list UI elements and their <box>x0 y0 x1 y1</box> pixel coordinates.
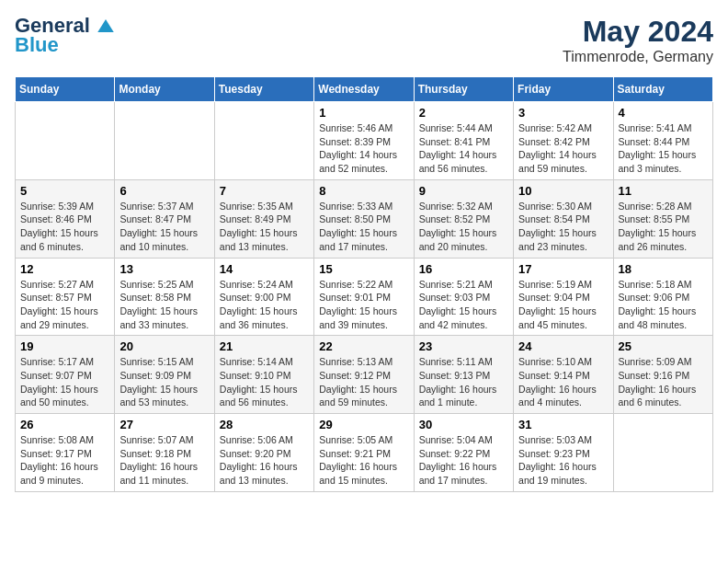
day-info: Sunrise: 5:46 AMSunset: 8:39 PMDaylight:… <box>319 121 408 176</box>
month-title: May 2024 <box>563 15 713 49</box>
calendar-cell: 13Sunrise: 5:25 AMSunset: 8:58 PMDayligh… <box>115 258 214 336</box>
day-number: 21 <box>220 339 309 353</box>
location-title: Timmenrode, Germany <box>563 49 713 65</box>
calendar-cell: 29Sunrise: 5:05 AMSunset: 9:21 PMDayligh… <box>314 414 414 492</box>
day-info: Sunrise: 5:19 AMSunset: 9:04 PMDaylight:… <box>518 278 608 332</box>
day-info: Sunrise: 5:13 AMSunset: 9:12 PMDaylight:… <box>319 355 408 409</box>
day-number: 20 <box>119 339 209 353</box>
day-number: 25 <box>619 339 708 353</box>
day-number: 26 <box>20 418 109 431</box>
calendar-cell: 26Sunrise: 5:08 AMSunset: 9:17 PMDayligh… <box>16 414 115 492</box>
day-number: 12 <box>20 262 109 276</box>
day-number: 15 <box>319 262 408 276</box>
day-number: 2 <box>419 106 508 120</box>
calendar-table: SundayMondayTuesdayWednesdayThursdayFrid… <box>15 76 713 492</box>
page-header: General Blue May 2024 Timmenrode, German… <box>15 15 713 65</box>
day-number: 28 <box>220 418 309 431</box>
day-info: Sunrise: 5:04 AMSunset: 9:22 PMDaylight:… <box>419 433 508 488</box>
calendar-cell: 9Sunrise: 5:32 AMSunset: 8:52 PMDaylight… <box>414 179 513 258</box>
day-info: Sunrise: 5:28 AMSunset: 8:55 PMDaylight:… <box>619 200 708 254</box>
day-info: Sunrise: 5:09 AMSunset: 9:16 PMDaylight:… <box>619 355 708 409</box>
day-number: 30 <box>419 418 508 431</box>
day-info: Sunrise: 5:14 AMSunset: 9:10 PMDaylight:… <box>220 355 309 409</box>
day-number: 27 <box>119 418 209 431</box>
calendar-cell: 17Sunrise: 5:19 AMSunset: 9:04 PMDayligh… <box>514 258 613 336</box>
day-info: Sunrise: 5:39 AMSunset: 8:46 PMDaylight:… <box>20 200 109 254</box>
calendar-cell: 24Sunrise: 5:10 AMSunset: 9:14 PMDayligh… <box>514 336 613 414</box>
day-info: Sunrise: 5:18 AMSunset: 9:06 PMDaylight:… <box>619 278 708 332</box>
calendar-cell: 30Sunrise: 5:04 AMSunset: 9:22 PMDayligh… <box>414 414 513 492</box>
day-info: Sunrise: 5:30 AMSunset: 8:54 PMDaylight:… <box>518 200 608 254</box>
calendar-cell: 5Sunrise: 5:39 AMSunset: 8:46 PMDaylight… <box>16 179 115 258</box>
weekday-header-sunday: Sunday <box>16 77 115 102</box>
calendar-cell: 6Sunrise: 5:37 AMSunset: 8:47 PMDaylight… <box>115 179 214 258</box>
calendar-cell: 1Sunrise: 5:46 AMSunset: 8:39 PMDaylight… <box>314 102 414 180</box>
calendar-cell: 12Sunrise: 5:27 AMSunset: 8:57 PMDayligh… <box>16 258 115 336</box>
day-info: Sunrise: 5:41 AMSunset: 8:44 PMDaylight:… <box>619 121 708 176</box>
day-number: 29 <box>319 418 408 431</box>
calendar-cell: 23Sunrise: 5:11 AMSunset: 9:13 PMDayligh… <box>414 336 513 414</box>
weekday-header-row: SundayMondayTuesdayWednesdayThursdayFrid… <box>16 77 713 102</box>
day-info: Sunrise: 5:17 AMSunset: 9:07 PMDaylight:… <box>20 355 109 409</box>
day-info: Sunrise: 5:11 AMSunset: 9:13 PMDaylight:… <box>419 355 508 409</box>
calendar-cell: 19Sunrise: 5:17 AMSunset: 9:07 PMDayligh… <box>16 336 115 414</box>
day-number: 6 <box>119 184 209 198</box>
calendar-week-row: 5Sunrise: 5:39 AMSunset: 8:46 PMDaylight… <box>16 179 713 258</box>
day-number: 13 <box>119 262 209 276</box>
calendar-week-row: 26Sunrise: 5:08 AMSunset: 9:17 PMDayligh… <box>16 414 713 492</box>
calendar-week-row: 1Sunrise: 5:46 AMSunset: 8:39 PMDaylight… <box>16 102 713 180</box>
day-number: 19 <box>20 339 109 353</box>
day-info: Sunrise: 5:44 AMSunset: 8:41 PMDaylight:… <box>419 121 508 176</box>
calendar-cell: 11Sunrise: 5:28 AMSunset: 8:55 PMDayligh… <box>613 179 712 258</box>
weekday-header-monday: Monday <box>115 77 214 102</box>
day-number: 23 <box>419 339 508 353</box>
day-number: 5 <box>20 184 109 198</box>
weekday-header-saturday: Saturday <box>613 77 712 102</box>
weekday-header-wednesday: Wednesday <box>314 77 414 102</box>
day-info: Sunrise: 5:42 AMSunset: 8:42 PMDaylight:… <box>518 121 608 176</box>
day-number: 7 <box>220 184 309 198</box>
weekday-header-friday: Friday <box>514 77 613 102</box>
day-number: 1 <box>319 106 408 120</box>
weekday-header-thursday: Thursday <box>414 77 513 102</box>
calendar-cell: 27Sunrise: 5:07 AMSunset: 9:18 PMDayligh… <box>115 414 214 492</box>
calendar-cell: 3Sunrise: 5:42 AMSunset: 8:42 PMDaylight… <box>514 102 613 180</box>
day-number: 3 <box>518 106 608 120</box>
day-info: Sunrise: 5:22 AMSunset: 9:01 PMDaylight:… <box>319 278 408 332</box>
day-number: 14 <box>220 262 309 276</box>
calendar-cell <box>613 414 712 492</box>
calendar-cell: 8Sunrise: 5:33 AMSunset: 8:50 PMDaylight… <box>314 179 414 258</box>
day-info: Sunrise: 5:24 AMSunset: 9:00 PMDaylight:… <box>220 278 309 332</box>
day-number: 8 <box>319 184 408 198</box>
day-info: Sunrise: 5:21 AMSunset: 9:03 PMDaylight:… <box>419 278 508 332</box>
calendar-cell: 16Sunrise: 5:21 AMSunset: 9:03 PMDayligh… <box>414 258 513 336</box>
day-info: Sunrise: 5:06 AMSunset: 9:20 PMDaylight:… <box>220 433 309 488</box>
calendar-cell: 22Sunrise: 5:13 AMSunset: 9:12 PMDayligh… <box>314 336 414 414</box>
day-number: 17 <box>518 262 608 276</box>
calendar-cell: 31Sunrise: 5:03 AMSunset: 9:23 PMDayligh… <box>514 414 613 492</box>
calendar-week-row: 19Sunrise: 5:17 AMSunset: 9:07 PMDayligh… <box>16 336 713 414</box>
day-number: 11 <box>619 184 708 198</box>
calendar-cell <box>16 102 115 180</box>
day-number: 24 <box>518 339 608 353</box>
day-info: Sunrise: 5:33 AMSunset: 8:50 PMDaylight:… <box>319 200 408 254</box>
logo: General Blue <box>15 15 114 57</box>
day-number: 4 <box>619 106 708 120</box>
calendar-week-row: 12Sunrise: 5:27 AMSunset: 8:57 PMDayligh… <box>16 258 713 336</box>
day-info: Sunrise: 5:15 AMSunset: 9:09 PMDaylight:… <box>119 355 209 409</box>
day-info: Sunrise: 5:27 AMSunset: 8:57 PMDaylight:… <box>20 278 109 332</box>
day-number: 18 <box>619 262 708 276</box>
day-info: Sunrise: 5:37 AMSunset: 8:47 PMDaylight:… <box>119 200 209 254</box>
svg-marker-0 <box>97 19 114 32</box>
day-info: Sunrise: 5:08 AMSunset: 9:17 PMDaylight:… <box>20 433 109 488</box>
day-info: Sunrise: 5:03 AMSunset: 9:23 PMDaylight:… <box>518 433 608 488</box>
day-number: 31 <box>518 418 608 431</box>
day-info: Sunrise: 5:35 AMSunset: 8:49 PMDaylight:… <box>220 200 309 254</box>
calendar-cell: 14Sunrise: 5:24 AMSunset: 9:00 PMDayligh… <box>214 258 313 336</box>
day-info: Sunrise: 5:25 AMSunset: 8:58 PMDaylight:… <box>119 278 209 332</box>
calendar-cell: 4Sunrise: 5:41 AMSunset: 8:44 PMDaylight… <box>613 102 712 180</box>
calendar-cell: 28Sunrise: 5:06 AMSunset: 9:20 PMDayligh… <box>214 414 313 492</box>
calendar-cell: 18Sunrise: 5:18 AMSunset: 9:06 PMDayligh… <box>613 258 712 336</box>
calendar-cell: 25Sunrise: 5:09 AMSunset: 9:16 PMDayligh… <box>613 336 712 414</box>
title-section: May 2024 Timmenrode, Germany <box>563 15 713 65</box>
